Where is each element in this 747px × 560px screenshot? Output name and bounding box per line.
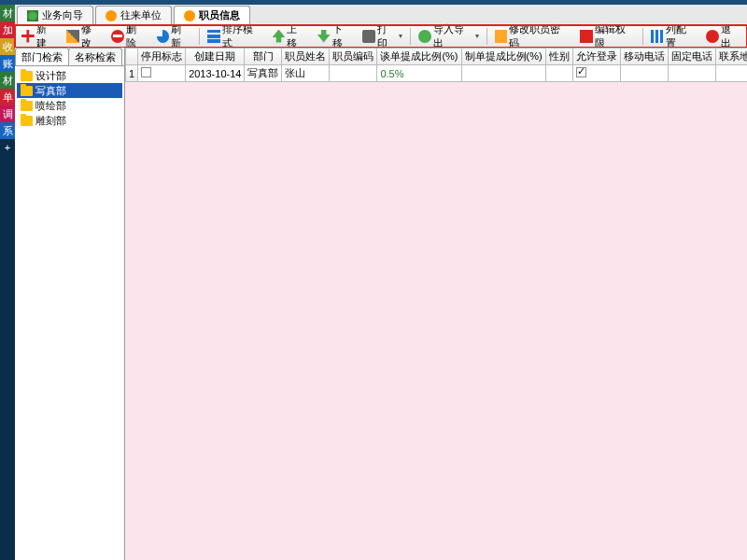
- user-icon: [106, 10, 117, 21]
- column-header[interactable]: 停用标志: [138, 49, 186, 65]
- toolbar-修改职员密码[interactable]: 修改职员密码: [490, 27, 574, 46]
- tree-tab-名称检索[interactable]: 名称检索: [68, 48, 122, 65]
- toolbar-刷新[interactable]: 刷新: [152, 27, 196, 46]
- toolbar-删除[interactable]: 删除: [106, 27, 150, 46]
- cell-addr: [715, 65, 747, 82]
- column-header[interactable]: 部门: [245, 49, 282, 65]
- toolbar-新建[interactable]: 新建: [17, 27, 61, 46]
- sidenav-item[interactable]: 加: [0, 21, 15, 38]
- down-icon: [317, 30, 331, 43]
- toolbar-修改[interactable]: 修改: [62, 27, 106, 46]
- column-header[interactable]: 移动电话: [620, 49, 668, 65]
- folder-icon: [21, 71, 33, 81]
- user-icon: [184, 10, 195, 21]
- refresh-icon: [157, 30, 170, 43]
- column-header[interactable]: 职员姓名: [282, 49, 330, 65]
- globe-icon: [27, 10, 38, 21]
- sidenav-item[interactable]: 账: [0, 55, 15, 72]
- column-header[interactable]: 谈单提成比例(%): [377, 49, 461, 65]
- cell-tel: [668, 65, 715, 82]
- toolbar-排序模式[interactable]: 排序模式: [203, 27, 267, 46]
- tree-item[interactable]: 写真部: [17, 83, 122, 98]
- toolbar-上移[interactable]: 上移: [268, 27, 312, 46]
- column-header[interactable]: [126, 49, 138, 65]
- side-nav: 材加收账材单调系+: [0, 5, 15, 560]
- tree-item[interactable]: 喷绘部: [17, 98, 122, 113]
- column-header[interactable]: 性别: [545, 49, 572, 65]
- tree-item[interactable]: 设计部: [17, 68, 122, 83]
- checkbox-stop[interactable]: [141, 67, 151, 77]
- exit-icon: [706, 30, 719, 43]
- export-icon: [418, 30, 431, 43]
- cell-sex: [545, 65, 572, 82]
- sidenav-item[interactable]: 系: [0, 122, 15, 139]
- row-number: 1: [126, 65, 138, 82]
- sidenav-item[interactable]: 材: [0, 5, 15, 21]
- cell-date: 2013-10-14: [186, 65, 245, 82]
- employee-table: 停用标志创建日期部门职员姓名职员编码谈单提成比例(%)制单提成比例(%)性别允许…: [125, 48, 747, 82]
- column-header[interactable]: 允许登录: [572, 49, 620, 65]
- sidenav-item[interactable]: 调: [0, 105, 15, 122]
- tree-pane: 部门检索名称检索 设计部写真部喷绘部雕刻部: [15, 48, 125, 560]
- toolbar-导入导出[interactable]: 导入导出▾: [414, 27, 484, 46]
- print-icon: [362, 30, 375, 43]
- perm-icon: [580, 30, 593, 43]
- up-icon: [273, 30, 286, 43]
- toolbar: 新建修改删除刷新排序模式上移下移打印▾导入导出▾修改职员密码编辑权限列配置退出: [15, 25, 747, 48]
- sidenav-add[interactable]: +: [0, 139, 15, 156]
- key-icon: [495, 30, 508, 43]
- cell-dept: 写真部: [245, 65, 282, 82]
- cell-login: [572, 65, 620, 82]
- column-header[interactable]: 职员编码: [330, 49, 377, 65]
- toolbar-下移[interactable]: 下移: [313, 27, 357, 46]
- cell-stop: [138, 65, 186, 82]
- cell-code: [330, 65, 377, 82]
- cell-name: 张山: [282, 65, 330, 82]
- toolbar-打印[interactable]: 打印▾: [358, 27, 407, 46]
- folder-icon: [21, 86, 33, 96]
- cols-icon: [651, 30, 664, 43]
- column-header[interactable]: 制单提成比例(%): [461, 49, 545, 65]
- sidenav-item[interactable]: 收: [0, 38, 15, 55]
- sidenav-item[interactable]: 材: [0, 72, 15, 89]
- sort-icon: [207, 30, 220, 43]
- table-row[interactable]: 12013-10-14写真部张山0.5%: [126, 65, 748, 82]
- grid-pane: 停用标志创建日期部门职员姓名职员编码谈单提成比例(%)制单提成比例(%)性别允许…: [125, 48, 747, 560]
- del-icon: [111, 30, 124, 43]
- tree-item[interactable]: 雕刻部: [17, 113, 122, 128]
- cell-rate2: [461, 65, 545, 82]
- column-header[interactable]: 联系地址: [715, 49, 747, 65]
- new-icon: [21, 30, 35, 43]
- folder-icon: [21, 116, 33, 126]
- checkbox-login[interactable]: [576, 67, 586, 77]
- folder-icon: [21, 101, 33, 111]
- toolbar-列配置[interactable]: 列配置: [646, 27, 700, 46]
- column-header[interactable]: 固定电话: [668, 49, 715, 65]
- column-header[interactable]: 创建日期: [186, 49, 245, 65]
- cell-mobile: [620, 65, 668, 82]
- cell-rate1: 0.5%: [377, 65, 461, 82]
- sidenav-item[interactable]: 单: [0, 89, 15, 105]
- toolbar-编辑权限[interactable]: 编辑权限: [575, 27, 640, 46]
- tree-tab-部门检索[interactable]: 部门检索: [15, 48, 69, 65]
- toolbar-退出[interactable]: 退出: [701, 27, 745, 46]
- edit-icon: [66, 30, 79, 43]
